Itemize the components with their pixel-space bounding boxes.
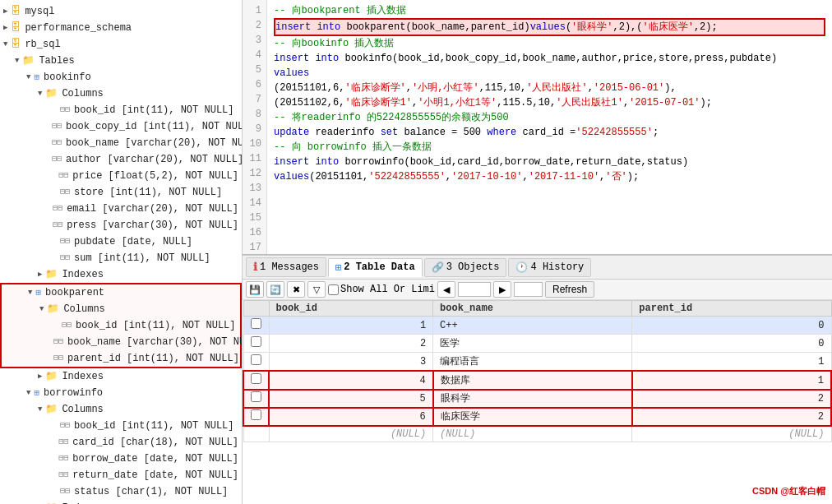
- table-row[interactable]: 2医学0: [243, 335, 831, 353]
- next-page-btn[interactable]: ▶: [493, 281, 511, 298]
- tree-item-book_id_int11_NOT_NULL[interactable]: ⊟⊟book_id [int(11), NOT NULL]: [0, 418, 242, 434]
- tree-item-borrow_date_date_NOT_NULL[interactable]: ⊟⊟borrow_date [date, NOT NULL]: [0, 451, 242, 467]
- tab-objects[interactable]: 🔗3 Objects: [424, 258, 507, 277]
- tree-item-Columns[interactable]: ▼📁Columns: [0, 86, 242, 102]
- row-checkbox[interactable]: [243, 408, 269, 427]
- page-size-input[interactable]: 50: [514, 282, 543, 297]
- tree-item-Columns[interactable]: ▼📁Columns: [0, 301, 242, 317]
- row-checkbox[interactable]: [243, 390, 269, 408]
- tree-label: book_id [int(11), NOT NULL]: [74, 103, 233, 118]
- tree-label: sum [int(11), NOT NULL]: [74, 251, 210, 266]
- watermark: CSDN @红客白帽: [752, 485, 825, 497]
- tree-item-Indexes[interactable]: ▶📁Indexes: [0, 500, 242, 504]
- cell-book_name: 数据库: [433, 371, 632, 390]
- tree-item-Columns[interactable]: ▼📁Columns: [0, 401, 242, 418]
- tree-label: rb_sql: [25, 37, 60, 52]
- table-row[interactable]: 1C++0: [243, 317, 831, 335]
- tree-label: borrow_date [date, NOT NULL]: [72, 451, 238, 466]
- tree-item-rb_sql[interactable]: ▼🗄rb_sql: [0, 36, 242, 53]
- tree-item-book_id_int11_NOT_NULL[interactable]: ⊟⊟book_id [int(11), NOT NULL]: [0, 317, 242, 334]
- cell-book_id: 5: [269, 390, 433, 408]
- tree-item-borrowinfo[interactable]: ▼⊞borrowinfo: [0, 385, 242, 401]
- sql-editor[interactable]: 123456789101112131415161718 -- 向bookpare…: [243, 0, 832, 255]
- row-checkbox[interactable]: [243, 317, 269, 335]
- tree-label: pubdate [date, NULL]: [74, 234, 192, 249]
- cell-parent_id: 0: [632, 335, 831, 353]
- right-panel: 123456789101112131415161718 -- 向bookpare…: [243, 0, 832, 504]
- tree-item-book_name_varchar20_NOT_NULL[interactable]: ⊟⊟book_name [varchar(20), NOT NULL]: [0, 135, 242, 151]
- tab-history[interactable]: 🕐4 History: [508, 258, 591, 277]
- col-header-parent_id: parent_id: [632, 301, 831, 317]
- tree-item-press_varchar30_NOT_NULL[interactable]: ⊟⊟press [varchar(30), NOT NULL]: [0, 217, 242, 234]
- cell-parent_id: 2: [632, 390, 831, 408]
- tab-tabledata[interactable]: ⊞2 Table Data: [328, 258, 423, 277]
- row-checkbox[interactable]: [243, 335, 269, 353]
- tree-item-bookparent[interactable]: ▼⊞bookparent: [0, 283, 242, 301]
- tree-item-author_varchar20_NOT_NULL[interactable]: ⊟⊟author [varchar(20), NOT NULL]: [0, 151, 242, 168]
- limit-input[interactable]: 0: [458, 282, 491, 297]
- tree-item-book_name_varchar30_NOT_NULL[interactable]: ⊟⊟book_name [varchar(30), NOT NULL]: [0, 334, 242, 350]
- prev-page-btn[interactable]: ◀: [437, 281, 455, 298]
- table-row[interactable]: 6临床医学2: [243, 408, 831, 427]
- tree-item-mysql[interactable]: ▶🗄mysql: [0, 3, 242, 20]
- col-check: [243, 301, 269, 317]
- tree-item-parent_id_int11_NOT_NULL[interactable]: ⊟⊟parent_id [int(11), NOT NULL]: [0, 350, 242, 368]
- table-row[interactable]: 4数据库1: [243, 371, 831, 390]
- row-checkbox[interactable]: [243, 426, 269, 442]
- tree-item-book_copy_id_int11_NOT_NULL[interactable]: ⊟⊟book_copy_id [int(11), NOT NULL]: [0, 118, 242, 135]
- data-table-wrap[interactable]: book_idbook_nameparent_id1C++02医学03编程语言1…: [243, 300, 832, 469]
- tab-label: 4 History: [530, 261, 584, 273]
- tree-label: Columns: [62, 402, 103, 417]
- tree-item-Indexes[interactable]: ▶📁Indexes: [0, 266, 242, 283]
- checkbox-input[interactable]: [251, 354, 261, 365]
- toolbar-filter-btn[interactable]: ▽: [307, 281, 326, 298]
- tree-item-email_varchar20_NOT_NULL[interactable]: ⊟⊟email [varchar(20), NOT NULL]: [0, 201, 242, 217]
- tree-item-price_float52_NOT_NULL[interactable]: ⊟⊟price [float(5,2), NOT NULL]: [0, 168, 242, 184]
- checkbox-input[interactable]: [251, 391, 261, 402]
- tab-label: 1 Messages: [260, 261, 319, 273]
- row-checkbox[interactable]: [243, 371, 269, 390]
- tree-item-pubdate_date_NULL[interactable]: ⊟⊟pubdate [date, NULL]: [0, 234, 242, 250]
- db-tree[interactable]: ▶🗄mysql▶🗄performance_schema▼🗄rb_sql▼📁Tab…: [0, 0, 243, 504]
- checkbox-input[interactable]: [251, 336, 261, 347]
- tree-item-store_int11_NOT_NULL[interactable]: ⊟⊟store [int(11), NOT NULL]: [0, 184, 242, 201]
- show-all-input[interactable]: [328, 284, 339, 295]
- tab-messages[interactable]: ℹ1 Messages: [246, 257, 326, 277]
- tree-label: performance_schema: [25, 21, 132, 35]
- toolbar-row: 💾 🔄 ✖ ▽ Show All Or Limi ◀ 0 ▶ 50 Refres…: [243, 280, 832, 300]
- table-row[interactable]: (NULL)(NULL)(NULL): [243, 426, 831, 442]
- tree-item-Indexes[interactable]: ▶📁Indexes: [0, 368, 242, 385]
- refresh-button[interactable]: Refresh: [545, 281, 594, 298]
- bottom-panel: ℹ1 Messages⊞2 Table Data🔗3 Objects🕐4 His…: [243, 255, 832, 469]
- tree-label: price [float(5,2), NOT NULL]: [72, 169, 238, 183]
- toolbar-reload-btn[interactable]: 🔄: [266, 281, 284, 298]
- table-row[interactable]: 3编程语言1: [243, 353, 831, 372]
- show-all-checkbox[interactable]: Show All Or: [328, 284, 405, 295]
- tree-item-bookinfo[interactable]: ▼⊞bookinfo: [0, 69, 242, 86]
- tree-item-return_date_date_NOT_NULL[interactable]: ⊟⊟return_date [date, NOT NULL]: [0, 467, 242, 483]
- tree-label: email [varchar(20), NOT NULL]: [67, 201, 238, 216]
- tree-item-sum_int11_NOT_NULL[interactable]: ⊟⊟sum [int(11), NOT NULL]: [0, 250, 242, 266]
- tree-item-status_char1_NOT_NULL[interactable]: ⊟⊟status [char(1), NOT NULL]: [0, 483, 242, 500]
- tree-label: Indexes: [62, 501, 103, 504]
- cell-book_id: 4: [269, 371, 433, 390]
- tree-item-Tables[interactable]: ▼📁Tables: [0, 53, 242, 69]
- tree-label: Indexes: [62, 369, 103, 384]
- cell-book_name: 编程语言: [433, 353, 632, 372]
- cell-parent_id: 1: [632, 353, 831, 372]
- tree-item-book_id_int11_NOT_NULL[interactable]: ⊟⊟book_id [int(11), NOT NULL]: [0, 102, 242, 118]
- checkbox-input[interactable]: [251, 318, 261, 329]
- checkbox-input[interactable]: [251, 409, 261, 420]
- tree-item-card_id_char18_NOT_NULL[interactable]: ⊟⊟card_id [char(18), NOT NULL]: [0, 434, 242, 451]
- table-row[interactable]: 5眼科学2: [243, 390, 831, 408]
- row-checkbox[interactable]: [243, 353, 269, 372]
- cell-parent_id: 0: [632, 317, 831, 335]
- tree-item-performance_schema[interactable]: ▶🗄performance_schema: [0, 20, 242, 36]
- checkbox-input[interactable]: [251, 373, 261, 384]
- code-area[interactable]: -- 向bookparent 插入数据insert into bookparen…: [267, 0, 832, 254]
- cell-book_id: 6: [269, 408, 433, 427]
- tree-label: Columns: [63, 302, 104, 317]
- cell-parent_id: (NULL): [632, 426, 831, 442]
- toolbar-delete-btn[interactable]: ✖: [287, 281, 305, 298]
- toolbar-save-btn[interactable]: 💾: [246, 281, 264, 298]
